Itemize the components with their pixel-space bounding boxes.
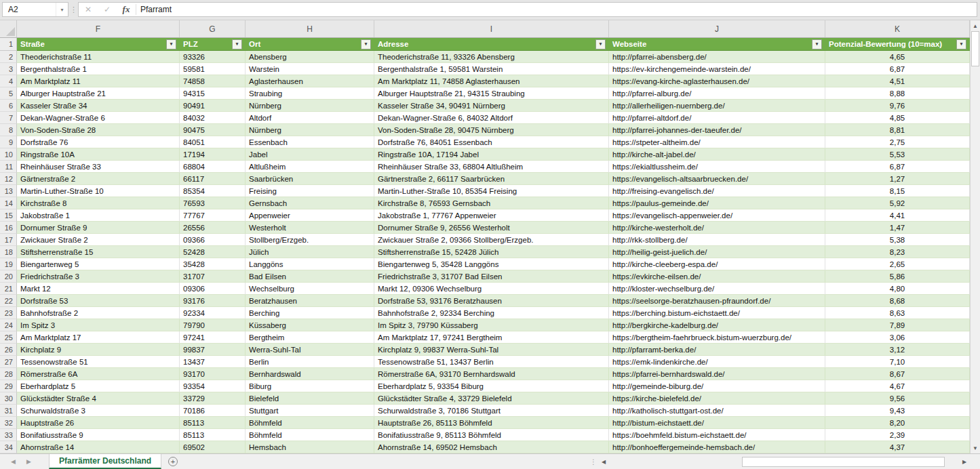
cell-bewertung[interactable]: 2,75 xyxy=(825,136,970,148)
cell-bewertung[interactable]: 5,53 xyxy=(825,148,970,161)
cell-bewertung[interactable]: 4,67 xyxy=(825,380,970,392)
filter-icon[interactable]: ▾ xyxy=(956,39,966,49)
cell-plz[interactable]: 84032 xyxy=(180,112,246,124)
cell-plz[interactable]: 85113 xyxy=(180,417,246,429)
column-header-J[interactable]: J xyxy=(609,20,825,37)
cell-plz[interactable]: 92334 xyxy=(180,307,246,319)
cell-webseite[interactable]: https://evkirche-eilsen.de/ xyxy=(609,270,825,283)
cell-webseite[interactable]: http://kirche-cleeberg-espa.de/ xyxy=(609,258,825,270)
cell-adresse[interactable]: Kasseler Straße 34, 90491 Nürnberg xyxy=(374,100,609,112)
cell-adresse[interactable]: Alburger Hauptstraße 21, 94315 Straubing xyxy=(374,87,609,100)
vertical-scroll-thumb[interactable] xyxy=(971,31,979,66)
row-number[interactable]: 7 xyxy=(0,112,17,124)
horizontal-scrollbar[interactable]: ◀ ▶ xyxy=(598,454,970,469)
cell-bewertung[interactable]: 7,89 xyxy=(825,319,970,331)
cell-webseite[interactable]: http://kirche-westerholt.de/ xyxy=(609,222,825,234)
cell-bewertung[interactable]: 9,76 xyxy=(825,100,970,112)
cell-strasse[interactable]: Theoderichstraße 11 xyxy=(17,51,180,63)
cell-strasse[interactable]: Bahnhofstraße 2 xyxy=(17,307,180,319)
cell-adresse[interactable]: Gärtnerstraße 2, 66117 Saarbrücken xyxy=(374,173,609,185)
cell-adresse[interactable]: Kirchstraße 8, 76593 Gernsbach xyxy=(374,197,609,209)
cell-adresse[interactable]: Eberhardplatz 5, 93354 Biburg xyxy=(374,380,609,392)
cell-ort[interactable]: Appenweier xyxy=(246,209,374,222)
cell-adresse[interactable]: Im Spitz 3, 79790 Küssaberg xyxy=(374,319,609,331)
cell-ort[interactable]: Nürnberg xyxy=(246,124,374,136)
cell-adresse[interactable]: Friedrichstraße 3, 31707 Bad Eilsen xyxy=(374,270,609,283)
row-number[interactable]: 18 xyxy=(0,246,17,258)
cell-plz[interactable]: 93176 xyxy=(180,295,246,307)
row-number[interactable]: 20 xyxy=(0,270,17,283)
cell-plz[interactable]: 69502 xyxy=(180,441,246,453)
cell-webseite[interactable]: https://ev-kirchengemeinde-warstein.de/ xyxy=(609,63,825,75)
cell-ort[interactable]: Beratzhausen xyxy=(246,295,374,307)
cell-webseite[interactable]: https://paulus-gemeinde.de/ xyxy=(609,197,825,209)
cell-bewertung[interactable]: 9,56 xyxy=(825,392,970,405)
cell-adresse[interactable]: Römerstraße 6A, 93170 Bernhardswald xyxy=(374,368,609,380)
cell-webseite[interactable]: https://seelsorge-beratzhausen-pfraundor… xyxy=(609,295,825,307)
row-number[interactable]: 21 xyxy=(0,283,17,295)
cell-ort[interactable]: Bernhardswald xyxy=(246,368,374,380)
cell-plz[interactable]: 13437 xyxy=(180,356,246,368)
cell-plz[interactable]: 99837 xyxy=(180,344,246,356)
cell-ort[interactable]: Gernsbach xyxy=(246,197,374,209)
column-header-K[interactable]: K xyxy=(825,20,970,37)
cell-bewertung[interactable]: 7,10 xyxy=(825,356,970,368)
cell-plz[interactable]: 90475 xyxy=(180,124,246,136)
cell-adresse[interactable]: Jakobstraße 1, 77767 Appenweier xyxy=(374,209,609,222)
row-number[interactable]: 2 xyxy=(0,51,17,63)
cell-plz[interactable]: 68804 xyxy=(180,161,246,173)
cell-ort[interactable]: Saarbrücken xyxy=(246,173,374,185)
sheet-nav-right-icon[interactable]: ▶ xyxy=(26,458,31,465)
cell-ort[interactable]: Stollberg/Erzgeb. xyxy=(246,234,374,246)
cell-adresse[interactable]: Dekan-Wagner-Straße 6, 84032 Altdorf xyxy=(374,112,609,124)
cell-strasse[interactable]: Ringstraße 10A xyxy=(17,148,180,161)
cell-bewertung[interactable]: 4,37 xyxy=(825,441,970,453)
cell-strasse[interactable]: Zwickauer Straße 2 xyxy=(17,234,180,246)
row-number[interactable]: 3 xyxy=(0,63,17,75)
name-box-dropdown-icon[interactable]: ▾ xyxy=(56,3,68,16)
cell-webseite[interactable]: http://kloster-wechselburg.de/ xyxy=(609,283,825,295)
cell-strasse[interactable]: Am Marktplatz 17 xyxy=(17,331,180,344)
cell-webseite[interactable]: http://bistum-eichstaett.de/ xyxy=(609,417,825,429)
cell-strasse[interactable]: Rheinhäuser Straße 33 xyxy=(17,161,180,173)
cell-adresse[interactable]: Ahornstraße 14, 69502 Hemsbach xyxy=(374,441,609,453)
cell-ort[interactable]: Jabel xyxy=(246,148,374,161)
cell-strasse[interactable]: Bonifatiusstraße 9 xyxy=(17,429,180,441)
cell-plz[interactable]: 97241 xyxy=(180,331,246,344)
cell-ort[interactable]: Jülich xyxy=(246,246,374,258)
cell-bewertung[interactable]: 5,92 xyxy=(825,197,970,209)
cell-bewertung[interactable]: 8,15 xyxy=(825,185,970,197)
cell-adresse[interactable]: Schurwaldstraße 3, 70186 Stuttgart xyxy=(374,405,609,417)
cell-ort[interactable]: Warstein xyxy=(246,63,374,75)
vertical-scrollbar[interactable]: ▲ ▼ xyxy=(970,20,980,453)
cell-webseite[interactable]: http://pfarrei-abensberg.de/ xyxy=(609,51,825,63)
cell-bewertung[interactable]: 1,27 xyxy=(825,173,970,185)
row-number[interactable]: 33 xyxy=(0,429,17,441)
cell-bewertung[interactable]: 1,47 xyxy=(825,222,970,234)
cell-webseite[interactable]: http://pfarrei-alburg.de/ xyxy=(609,87,825,100)
column-header-F[interactable]: F xyxy=(17,20,180,37)
cell-ort[interactable]: Berlin xyxy=(246,356,374,368)
column-header-I[interactable]: I xyxy=(374,20,609,37)
row-number[interactable]: 15 xyxy=(0,209,17,222)
cell-plz[interactable]: 35428 xyxy=(180,258,246,270)
cell-plz[interactable]: 33729 xyxy=(180,392,246,405)
row-number[interactable]: 1 xyxy=(0,38,17,51)
cell-ort[interactable]: Aglasterhausen xyxy=(246,75,374,87)
cell-strasse[interactable]: Römerstraße 6A xyxy=(17,368,180,380)
cell-plz[interactable]: 59581 xyxy=(180,63,246,75)
add-sheet-button[interactable]: + xyxy=(161,454,184,469)
cell-webseite[interactable]: https://evangelisch-appenweier.de/ xyxy=(609,209,825,222)
cell-plz[interactable]: 77767 xyxy=(180,209,246,222)
cell-strasse[interactable]: Hauptstraße 26 xyxy=(17,417,180,429)
cell-adresse[interactable]: Am Marktplatz 17, 97241 Bergtheim xyxy=(374,331,609,344)
row-number[interactable]: 9 xyxy=(0,136,17,148)
cell-plz[interactable]: 79790 xyxy=(180,319,246,331)
cell-strasse[interactable]: Biengartenweg 5 xyxy=(17,258,180,270)
row-number[interactable]: 12 xyxy=(0,173,17,185)
cell-ort[interactable]: Hemsbach xyxy=(246,441,374,453)
cell-strasse[interactable]: Gärtnerstraße 2 xyxy=(17,173,180,185)
cell-webseite[interactable]: https://bergtheim-faehrbrueck.bistum-wue… xyxy=(609,331,825,344)
cell-strasse[interactable]: Martin-Luther-Straße 10 xyxy=(17,185,180,197)
filter-icon[interactable]: ▾ xyxy=(812,39,822,49)
